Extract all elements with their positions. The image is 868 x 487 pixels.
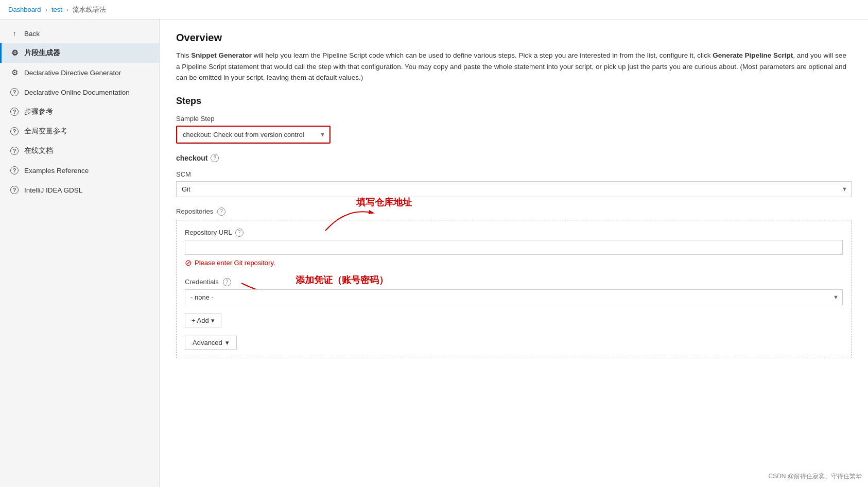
credentials-label: Credentials (185, 278, 219, 286)
sidebar-item-examples[interactable]: ? Examples Reference (0, 161, 159, 180)
overview-text: This Snippet Generator will help you lea… (176, 50, 852, 83)
repo-url-help-icon[interactable]: ? (235, 229, 244, 237)
gear-icon-snippet: ⚙ (10, 48, 19, 58)
sidebar-label-snippet-generator: 片段生成器 (24, 48, 60, 58)
sample-step-wrapper: checkout: Check out from version control (176, 126, 852, 144)
sidebar-label-online-docs: 在线文档 (24, 146, 53, 155)
sample-step-label: Sample Step (176, 115, 852, 123)
steps-title: Steps (176, 96, 852, 107)
question-icon-step: ? (10, 107, 19, 116)
sidebar-item-declarative-directive[interactable]: ⚙ Declarative Directive Generator (0, 63, 159, 82)
gear-icon-directive: ⚙ (10, 68, 19, 77)
breadcrumb: Dashboard › test › 流水线语法 (0, 0, 868, 20)
add-credentials-label: + Add (192, 317, 209, 324)
overview-title: Overview (176, 32, 852, 44)
credentials-section: Credentials ? (185, 278, 843, 327)
question-icon-docs: ? (10, 88, 19, 97)
sidebar-item-intellij[interactable]: ? IntelliJ IDEA GDSL (0, 180, 159, 200)
scm-select[interactable]: Git (176, 181, 852, 197)
sidebar: ↑ Back ⚙ 片段生成器 ⚙ Declarative Directive G… (0, 20, 160, 487)
repo-url-label: Repository URL (185, 229, 232, 236)
advanced-section: Advanced ▾ (185, 336, 843, 350)
credentials-help-icon[interactable]: ? (223, 278, 231, 286)
question-icon-intellij: ? (10, 185, 19, 195)
back-label: Back (24, 30, 40, 38)
repositories-help-icon[interactable]: ? (217, 207, 225, 216)
sidebar-item-declarative-docs[interactable]: ? Declarative Online Documentation (0, 82, 159, 102)
question-icon-examples: ? (10, 166, 19, 175)
add-dropdown-icon: ▾ (211, 317, 215, 324)
breadcrumb-dashboard[interactable]: Dashboard (8, 6, 41, 13)
checkout-help-icon[interactable]: ? (211, 154, 219, 162)
scm-label: SCM (176, 170, 852, 178)
sample-step-select-wrapper: checkout: Check out from version control (177, 127, 329, 143)
overview-bold-snippet: Snippet Generator (191, 51, 252, 59)
sample-step-section: Sample Step checkout: Check out from ver… (176, 115, 852, 144)
sidebar-label-examples: Examples Reference (24, 167, 89, 175)
sample-step-select-container: checkout: Check out from version control (176, 126, 331, 144)
breadcrumb-current: 流水线语法 (73, 5, 106, 14)
main-content: Overview This Snippet Generator will hel… (160, 20, 868, 487)
question-icon-online: ? (10, 146, 19, 155)
advanced-label: Advanced (193, 339, 222, 346)
error-icon: ⊘ (185, 258, 192, 268)
question-icon-global: ? (10, 127, 19, 136)
sidebar-label-intellij: IntelliJ IDEA GDSL (24, 186, 82, 194)
add-credentials-button[interactable]: + Add ▾ (185, 314, 221, 327)
credentials-select-wrapper: - none - (185, 289, 843, 305)
repositories-label: Repositories (176, 207, 213, 215)
overview-bold-generate: Generate Pipeline Script (713, 51, 793, 59)
sidebar-item-online-docs[interactable]: ? 在线文档 (0, 141, 159, 161)
repositories-section: Repository URL ? ⊘ Please enter Git repo… (176, 220, 852, 358)
repo-url-section: Repository URL ? ⊘ Please enter Git repo… (185, 229, 843, 268)
scm-select-wrapper: Git (176, 181, 852, 197)
advanced-button[interactable]: Advanced ▾ (185, 336, 237, 350)
back-icon: ↑ (10, 29, 19, 38)
breadcrumb-test[interactable]: test (51, 6, 62, 13)
error-text: Please enter Git repository. (195, 259, 275, 267)
repo-url-error: ⊘ Please enter Git repository. (185, 258, 843, 268)
sidebar-label-global-variable: 全局变量参考 (24, 127, 67, 136)
sidebar-item-snippet-generator[interactable]: ⚙ 片段生成器 (0, 43, 159, 63)
sidebar-label-step-reference: 步骤参考 (24, 107, 53, 116)
scm-section: SCM Git (176, 170, 852, 197)
repo-url-input[interactable] (185, 240, 843, 255)
sidebar-label-declarative-directive: Declarative Directive Generator (24, 69, 121, 77)
sidebar-back-button[interactable]: ↑ Back (0, 24, 159, 43)
advanced-chevron-icon: ▾ (225, 339, 229, 346)
credentials-annotation-text: 添加凭证（账号密码） (296, 274, 388, 286)
repositories-section-outer: Repositories ? 填写仓库地址 (176, 207, 852, 358)
checkout-label: checkout ? (176, 154, 852, 162)
sidebar-item-step-reference[interactable]: ? 步骤参考 (0, 102, 159, 121)
watermark: CSDN @耐得住寂寞、守得住繁华 (768, 472, 862, 481)
sidebar-label-declarative-docs: Declarative Online Documentation (24, 89, 130, 96)
sample-step-select[interactable]: checkout: Check out from version control (177, 127, 329, 143)
repo-annotation-text: 填写仓库地址 (356, 196, 412, 208)
credentials-select[interactable]: - none - (185, 289, 843, 305)
sidebar-item-global-variable[interactable]: ? 全局变量参考 (0, 121, 159, 141)
